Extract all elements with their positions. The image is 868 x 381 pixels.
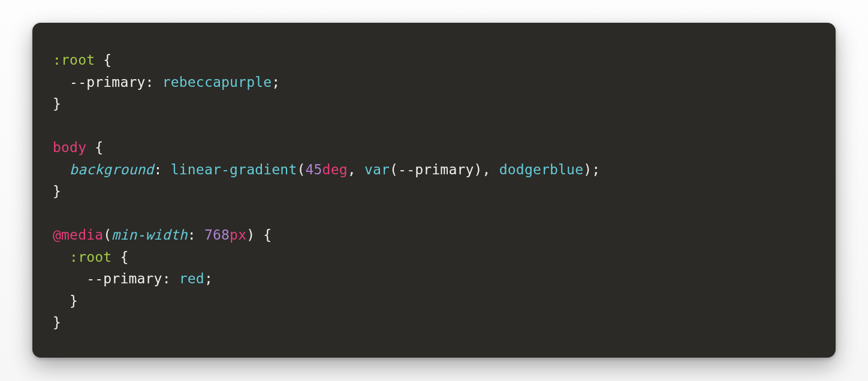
page-background: :root { --primary: rebeccapurple; } body… <box>0 0 868 381</box>
code-token <box>255 227 263 243</box>
code-token: :root <box>53 52 95 68</box>
code-token <box>53 74 70 90</box>
code-token <box>53 271 86 286</box>
code-token <box>111 249 120 265</box>
code-token: ( <box>297 162 305 177</box>
code-token: ( <box>390 162 398 177</box>
code-token: :root <box>70 249 111 265</box>
code-token: : <box>146 74 154 90</box>
code-token: --primary <box>398 162 474 177</box>
code-token: 45 <box>306 162 323 177</box>
code-token: ( <box>103 227 111 243</box>
code-token: } <box>70 293 78 309</box>
code-token: dodgerblue <box>499 162 583 177</box>
code-token <box>53 249 70 265</box>
code-token: { <box>95 140 103 155</box>
code-token <box>53 162 70 177</box>
code-token: ; <box>204 271 213 286</box>
code-token: deg <box>323 162 348 177</box>
code-token <box>171 271 179 286</box>
code-token <box>162 162 171 177</box>
code-token: : <box>154 162 162 177</box>
code-token: { <box>103 52 111 68</box>
code-token <box>491 162 499 177</box>
code-token: ) <box>583 162 592 177</box>
code-token: , <box>348 162 356 177</box>
code-block: :root { --primary: rebeccapurple; } body… <box>53 49 815 334</box>
code-token: --primary <box>86 271 162 286</box>
code-token <box>356 162 364 177</box>
code-token: 768 <box>204 227 230 243</box>
code-token: body <box>53 140 86 155</box>
code-token: } <box>53 96 61 111</box>
code-token: ) <box>246 227 255 243</box>
code-token <box>196 227 204 243</box>
code-token: --primary <box>70 74 145 90</box>
code-token: ; <box>592 162 600 177</box>
code-token <box>86 140 95 155</box>
code-token: ; <box>272 74 280 90</box>
code-token: @media <box>53 227 103 243</box>
code-token: background <box>70 162 153 177</box>
code-card: :root { --primary: rebeccapurple; } body… <box>32 23 836 358</box>
code-token: } <box>53 315 61 330</box>
code-token: var <box>364 162 390 177</box>
code-token <box>95 52 103 68</box>
code-token: linear-gradient <box>171 162 297 177</box>
code-token: { <box>120 249 128 265</box>
code-token <box>53 293 70 309</box>
code-token: px <box>230 227 246 243</box>
code-token: : <box>188 227 196 243</box>
code-token: } <box>53 183 61 199</box>
code-token: { <box>263 227 272 243</box>
code-token: rebeccapurple <box>162 74 272 90</box>
code-token: : <box>162 271 171 286</box>
code-token: , <box>483 162 491 177</box>
code-token <box>154 74 162 90</box>
code-token: red <box>179 271 204 286</box>
code-token: min-width <box>111 227 187 243</box>
code-token: ) <box>474 162 483 177</box>
